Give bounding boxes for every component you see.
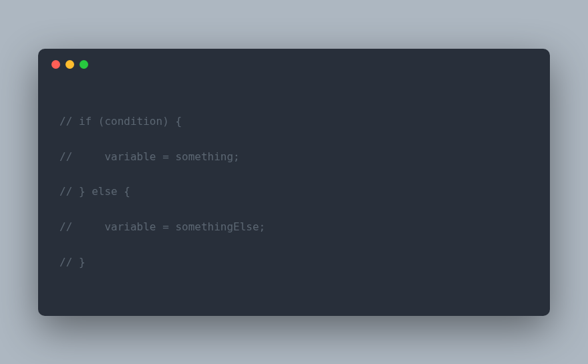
code-area: // if (condition) { // variable = someth… (38, 81, 550, 316)
maximize-icon[interactable] (80, 60, 88, 69)
window-titlebar (38, 49, 550, 81)
code-comment-line: // if (condition) { (59, 113, 529, 130)
code-comment-line: // } (59, 254, 529, 271)
code-comment-line: // variable = somethingElse; (59, 218, 529, 236)
code-window: // if (condition) { // variable = someth… (38, 49, 550, 316)
minimize-icon[interactable] (65, 60, 74, 69)
code-comment-line: // } else { (59, 183, 529, 200)
close-icon[interactable] (51, 60, 60, 69)
blank-line (59, 289, 529, 307)
code-comment-line: // variable = something; (59, 148, 529, 166)
